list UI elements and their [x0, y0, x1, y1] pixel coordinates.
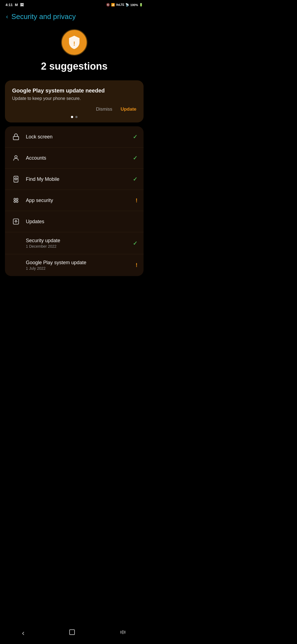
suggestion-title: Google Play system update needed [12, 88, 136, 94]
updates-text: Updates [26, 219, 138, 225]
update-button[interactable]: Update [120, 107, 136, 112]
accounts-item[interactable]: Accounts ✓ [5, 148, 144, 169]
security-update-text: Security update 1 December 2022 [26, 238, 133, 249]
image-icon: 🖼 [20, 3, 24, 7]
gmail-icon: M [15, 3, 18, 7]
signal-icon: 📡 [125, 3, 129, 7]
time-display: 4:11 [6, 3, 13, 7]
app-security-text: App security [26, 198, 136, 203]
accounts-text: Accounts [26, 155, 133, 161]
google-play-update-item[interactable]: Google Play system update 1 July 2022 ! [5, 254, 144, 276]
google-play-update-text: Google Play system update 1 July 2022 [26, 260, 136, 271]
mute-icon: 🔇 [106, 3, 110, 7]
lock-screen-item[interactable]: Lock screen ✓ [5, 126, 144, 148]
status-left: 4:11 M 🖼 [6, 3, 24, 7]
wifi-icon: 📶 [111, 3, 115, 7]
svg-point-11 [14, 201, 16, 203]
app-security-status: ! [136, 197, 138, 204]
svg-point-12 [16, 201, 18, 203]
svg-point-9 [14, 198, 16, 200]
accounts-status: ✓ [133, 155, 138, 161]
shield-area: ! 2 suggestions [0, 24, 148, 77]
find-my-mobile-item[interactable]: Find My Mobile ✓ [5, 169, 144, 190]
status-right: 🔇 📶 VoLTE 📡 100% 🔋 [106, 3, 143, 7]
suggestion-description: Update to keep your phone secure. [12, 96, 136, 101]
svg-text:!: ! [73, 40, 75, 47]
battery-label: 100% [130, 3, 138, 7]
suggestion-actions: Dismiss Update [12, 107, 136, 112]
accounts-icon [11, 153, 21, 163]
svg-point-10 [16, 198, 18, 200]
dot-2 [75, 116, 78, 118]
updates-icon [11, 217, 21, 227]
dismiss-button[interactable]: Dismiss [96, 107, 112, 112]
suggestion-card: Google Play system update needed Update … [5, 80, 144, 122]
svg-rect-1 [13, 137, 19, 140]
lock-screen-icon [11, 132, 21, 142]
lte-icon: VoLTE [116, 3, 124, 6]
find-my-mobile-status: ✓ [133, 176, 138, 182]
shield-warning-icon: ! [67, 35, 81, 50]
battery-icon: 🔋 [139, 3, 143, 7]
find-my-mobile-text: Find My Mobile [26, 176, 133, 182]
page-title: Security and privacy [11, 12, 76, 21]
updates-item[interactable]: Updates [5, 211, 144, 232]
security-update-item[interactable]: Security update 1 December 2022 ✓ [5, 232, 144, 254]
back-button[interactable]: ‹ [6, 13, 8, 20]
app-security-item[interactable]: App security ! [5, 190, 144, 211]
google-play-update-status: ! [136, 262, 138, 268]
settings-list: Lock screen ✓ Accounts ✓ [5, 126, 144, 276]
suggestions-count: 2 suggestions [41, 61, 108, 72]
shield-circle: ! [61, 29, 87, 56]
page-header: ‹ Security and privacy [0, 9, 148, 24]
dot-1 [71, 116, 73, 118]
find-my-mobile-icon [11, 174, 21, 184]
lock-screen-status: ✓ [133, 133, 138, 140]
svg-point-2 [15, 155, 17, 158]
app-security-icon [11, 195, 21, 205]
security-update-status: ✓ [133, 240, 138, 247]
status-bar: 4:11 M 🖼 🔇 📶 VoLTE 📡 100% 🔋 [0, 0, 148, 9]
pagination-dots [12, 116, 136, 118]
lock-screen-text: Lock screen [26, 134, 133, 140]
